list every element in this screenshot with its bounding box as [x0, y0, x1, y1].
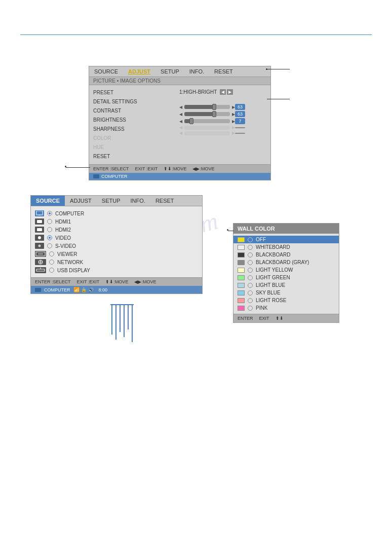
menu-reset[interactable]: RESET — [209, 66, 238, 77]
lower-nav-move-h: ◀▶:MOVE — [134, 279, 156, 284]
brightness-thumb[interactable] — [212, 111, 216, 117]
viewer-icon — [35, 251, 46, 257]
svg-rect-2 — [37, 220, 42, 223]
lower-status-icon — [35, 288, 41, 292]
sky-blue-radio[interactable] — [248, 290, 253, 296]
menu-setup[interactable]: SETUP — [155, 66, 184, 77]
color-item-pink[interactable]: PINK — [238, 304, 335, 312]
brightness-slider-row: ◀ ▶ 63 — [179, 111, 266, 117]
light-green-label: LIGHT GREEN — [256, 275, 290, 280]
pink-swatch — [238, 306, 245, 311]
hue-slider-row: ◀ ▶ — [179, 131, 266, 135]
menu-source[interactable]: SOURCE — [89, 66, 123, 77]
svideo-radio[interactable] — [47, 243, 52, 248]
cable-h-connector — [110, 304, 134, 305]
blackboard-gray-radio[interactable] — [248, 260, 253, 265]
source-item-usb[interactable]: USB DISPLAY — [35, 266, 198, 274]
sharpness-thumb[interactable] — [189, 118, 193, 124]
upper-adjust-panel: SOURCE ADJUST SETUP INFO. RESET PICTURE … — [89, 66, 271, 180]
source-item-computer[interactable]: COMPUTER — [35, 209, 198, 217]
hue-track — [184, 131, 230, 135]
preset-left-arrow[interactable]: ◀ — [220, 89, 226, 95]
sky-blue-label: SKY BLUE — [256, 290, 281, 296]
hdmi1-radio[interactable] — [47, 219, 52, 224]
preset-value: 1:HIGH-BRIGHT — [179, 89, 217, 95]
lower-bottom-bar: ENTER :SELECT EXIT :EXIT ⬆⬇:MOVE ◀▶:MOVE — [31, 277, 202, 286]
source-item-video[interactable]: VIDEO — [35, 234, 198, 242]
light-yellow-label: LIGHT YELLOW — [256, 267, 293, 273]
color-label: COLOR — [93, 134, 174, 143]
anno-line-2 — [267, 99, 290, 99]
upper-nav-move-v: ⬆⬇:MOVE — [164, 166, 186, 171]
lower-status-bar: COMPUTER 📶 🔒 🔊 8:00 — [31, 286, 202, 293]
viewer-radio[interactable] — [49, 251, 54, 256]
svg-rect-3 — [37, 228, 42, 231]
cable-line-4 — [124, 304, 125, 337]
source-item-hdmi1[interactable]: HDMI1 — [35, 217, 198, 226]
network-label: NETWORK — [57, 260, 83, 265]
light-yellow-swatch — [238, 268, 245, 273]
color-item-whiteboard[interactable]: WHITEBOARD — [238, 243, 335, 251]
wall-nav-exit: EXIT — [259, 316, 269, 321]
lower-menu-info[interactable]: INFO. — [126, 196, 150, 206]
video-radio[interactable] — [47, 235, 52, 240]
wall-color-title: WALL COLOR — [233, 224, 339, 234]
source-item-svideo[interactable]: S-VIDEO — [35, 242, 198, 250]
usb-radio[interactable] — [49, 268, 54, 273]
preset-right-arrow[interactable]: ▶ — [227, 89, 233, 95]
menu-info[interactable]: INFO. — [184, 66, 209, 77]
anno-wall-dot — [227, 229, 228, 231]
contrast-track[interactable] — [184, 105, 230, 109]
submenu-label: PICTURE • IMAGE OPTIONS — [93, 78, 161, 84]
light-blue-label: LIGHT BLUE — [256, 282, 285, 288]
sharpness-track[interactable] — [184, 119, 230, 123]
color-item-light-blue[interactable]: LIGHT BLUE — [238, 281, 335, 289]
off-label: OFF — [256, 237, 266, 242]
color-item-light-rose[interactable]: LIGHT ROSE — [238, 297, 335, 304]
whiteboard-radio[interactable] — [248, 245, 253, 250]
usb-icon — [35, 267, 46, 273]
off-radio[interactable] — [248, 237, 253, 242]
blackboard-radio[interactable] — [248, 252, 253, 257]
usb-label: USB DISPLAY — [57, 268, 90, 273]
upper-submenu: PICTURE • IMAGE OPTIONS — [89, 77, 270, 85]
color-item-light-green[interactable]: LIGHT GREEN — [238, 274, 335, 281]
color-item-off[interactable]: OFF — [233, 236, 339, 243]
lower-menu-bar: SOURCE ADJUST SETUP INFO. RESET — [31, 196, 202, 206]
contrast-left-arrow[interactable]: ◀ — [179, 105, 182, 109]
color-track — [184, 126, 230, 130]
wall-color-bottom-bar: ENTER EXIT ⬆⬇ — [233, 314, 339, 322]
contrast-thumb[interactable] — [212, 104, 216, 110]
brightness-track[interactable] — [184, 112, 230, 116]
color-item-blackboard[interactable]: BLACKBOARD — [238, 251, 335, 258]
hdmi2-radio[interactable] — [47, 227, 52, 232]
preset-arrows[interactable]: ◀ ▶ — [220, 89, 233, 95]
sharpness-value: 7 — [235, 118, 245, 124]
menu-adjust[interactable]: ADJUST — [123, 66, 155, 77]
color-slider-row: ◀ ▶ — [179, 125, 266, 130]
color-item-sky-blue[interactable]: SKY BLUE — [238, 289, 335, 297]
network-radio[interactable] — [49, 260, 54, 265]
lower-menu-setup[interactable]: SETUP — [97, 196, 126, 206]
status-icons-area: 📶 🔒 🔊 — [73, 287, 94, 292]
light-green-swatch — [238, 275, 245, 280]
light-green-radio[interactable] — [248, 275, 253, 280]
source-item-hdmi2[interactable]: HDMI2 — [35, 226, 198, 234]
lower-menu-adjust[interactable]: ADJUST — [65, 196, 97, 206]
color-item-light-yellow[interactable]: LIGHT YELLOW — [238, 266, 335, 274]
top-separator-line — [20, 34, 372, 35]
source-item-network[interactable]: NETWORK — [35, 258, 198, 266]
light-yellow-radio[interactable] — [248, 268, 253, 273]
color-item-blackboard-gray[interactable]: BLACKBOARD (GRAY) — [238, 258, 335, 266]
light-blue-radio[interactable] — [248, 283, 253, 288]
lower-menu-reset[interactable]: RESET — [150, 196, 179, 206]
source-item-viewer[interactable]: VIEWER — [35, 250, 198, 258]
light-rose-radio[interactable] — [248, 298, 253, 303]
lower-menu-source[interactable]: SOURCE — [31, 196, 65, 206]
blackboard-label: BLACKBOARD — [256, 252, 290, 257]
pink-radio[interactable] — [248, 306, 253, 311]
brightness-left-arrow[interactable]: ◀ — [179, 112, 182, 117]
computer-radio[interactable] — [47, 211, 52, 216]
upper-status-label: COMPUTER — [101, 174, 128, 179]
sharpness-left-arrow[interactable]: ◀ — [179, 119, 182, 124]
